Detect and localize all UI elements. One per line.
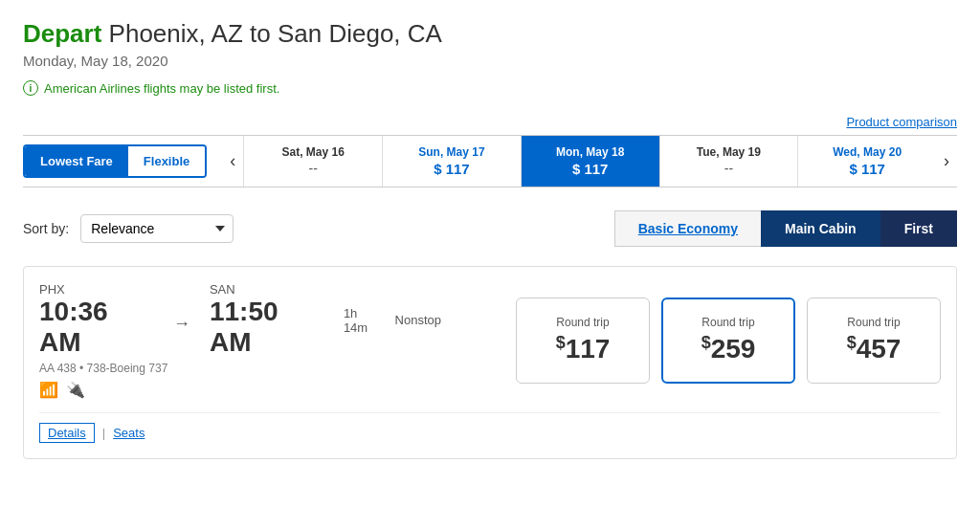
page-title: Depart Phoenix, AZ to San Diego, CA	[23, 19, 957, 49]
date-label-sun17: Sun, May 17	[389, 145, 515, 159]
flight-arrow-icon: →	[173, 314, 190, 334]
cabin-btn-basic[interactable]: Basic Economy	[614, 210, 761, 247]
airport-times: PHX 10:36 AM → SAN 11:50 AM 1h 14m Nonst…	[39, 282, 441, 358]
next-date-arrow[interactable]: ›	[936, 136, 957, 187]
price-card-label-basic: Round trip	[556, 316, 609, 329]
flight-left: PHX 10:36 AM → SAN 11:50 AM 1h 14m Nonst…	[39, 282, 441, 399]
flight-duration: 1h 14m	[344, 306, 384, 335]
duration-stop: 1h 14m Nonstop	[344, 306, 441, 335]
price-card-label-first: Round trip	[847, 316, 900, 329]
details-link[interactable]: Details	[39, 423, 95, 443]
depart-word: Depart	[23, 19, 101, 48]
sort-select[interactable]: RelevanceDepartureArrivalDurationPrice	[80, 214, 234, 243]
flight-stops: Nonstop	[395, 313, 441, 327]
flight-amenities: 📶 🔌	[39, 381, 441, 399]
aa-notice: i American Airlines flights may be liste…	[23, 80, 957, 96]
seats-link[interactable]: Seats	[113, 426, 145, 440]
date-cells: Sat, May 16--Sun, May 17$ 117Mon, May 18…	[243, 136, 936, 187]
date-cell-mon18[interactable]: Mon, May 18$ 117	[521, 136, 659, 187]
page-subtitle: Monday, May 18, 2020	[23, 53, 957, 69]
sort-bar: Sort by: RelevanceDepartureArrivalDurati…	[23, 210, 957, 247]
date-price-sun17: $ 117	[389, 161, 515, 177]
date-nav: Lowest Fare Flexible ‹ Sat, May 16--Sun,…	[23, 135, 957, 187]
product-comparison-row: Product comparison	[23, 115, 957, 129]
flexible-fare-button[interactable]: Flexible	[128, 146, 205, 176]
date-cell-wed20[interactable]: Wed, May 20$ 117	[797, 136, 936, 187]
date-dash-sat16: --	[250, 161, 376, 176]
price-card-first[interactable]: Round trip$457	[807, 298, 941, 384]
price-card-basic[interactable]: Round trip$117	[516, 298, 650, 384]
flight-meta: AA 438 • 738-Boeing 737	[39, 362, 441, 375]
lowest-fare-button[interactable]: Lowest Fare	[25, 146, 128, 176]
depart-airport: PHX	[39, 282, 154, 297]
notice-text: American Airlines flights may be listed …	[44, 81, 279, 96]
price-card-label-main: Round trip	[702, 316, 754, 329]
date-label-tue19: Tue, May 19	[666, 145, 792, 159]
date-cell-sat16[interactable]: Sat, May 16--	[243, 136, 382, 187]
product-comparison-link[interactable]: Product comparison	[846, 115, 957, 129]
price-card-amount-basic: $117	[556, 333, 611, 364]
arrive-time: 11:50 AM	[210, 297, 324, 358]
price-card-main[interactable]: Round trip$259	[661, 298, 795, 384]
cabin-btn-main[interactable]: Main Cabin	[761, 210, 880, 247]
arrive-airport: SAN	[210, 282, 324, 297]
wifi-icon: 📶	[39, 381, 58, 399]
date-label-sat16: Sat, May 16	[250, 145, 376, 159]
flight-card: PHX 10:36 AM → SAN 11:50 AM 1h 14m Nonst…	[23, 266, 957, 459]
depart-time: 10:36 AM	[39, 297, 154, 358]
flight-footer: Details | Seats	[39, 412, 941, 443]
cabin-btn-first[interactable]: First	[880, 210, 957, 247]
flight-info-row: PHX 10:36 AM → SAN 11:50 AM 1h 14m Nonst…	[39, 282, 941, 399]
price-cards: Round trip$117Round trip$259Round trip$4…	[516, 298, 941, 384]
sort-label: Sort by:	[23, 221, 69, 236]
date-price-mon18: $ 117	[527, 161, 654, 177]
info-icon: i	[23, 80, 38, 96]
date-label-wed20: Wed, May 20	[804, 145, 930, 159]
cabin-buttons: Basic EconomyMain CabinFirst	[614, 210, 957, 247]
date-label-mon18: Mon, May 18	[527, 145, 654, 159]
date-cell-sun17[interactable]: Sun, May 17$ 117	[382, 136, 521, 187]
date-cell-tue19[interactable]: Tue, May 19--	[659, 136, 798, 187]
date-dash-tue19: --	[666, 161, 792, 176]
footer-separator: |	[102, 426, 105, 440]
fare-type-buttons: Lowest Fare Flexible	[23, 144, 207, 178]
price-card-amount-main: $259	[702, 333, 756, 364]
arrive-block: SAN 11:50 AM	[210, 282, 324, 358]
depart-block: PHX 10:36 AM	[39, 282, 154, 358]
price-card-amount-first: $457	[847, 333, 902, 364]
route-text: Phoenix, AZ to San Diego, CA	[109, 19, 442, 48]
power-icon: 🔌	[66, 381, 85, 399]
prev-date-arrow[interactable]: ‹	[222, 136, 243, 187]
date-price-wed20: $ 117	[804, 161, 930, 177]
